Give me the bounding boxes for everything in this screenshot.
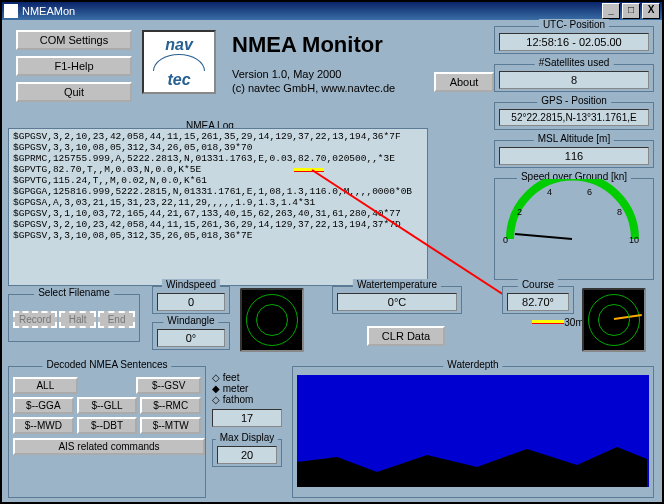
gauge-tick-4: 4 — [547, 187, 552, 197]
sats-value: 8 — [499, 71, 649, 89]
filter-mtw-button[interactable]: $--MTW — [140, 417, 201, 434]
version-text: Version 1.0, May 2000 — [232, 68, 341, 80]
windspeed-value: 0 — [157, 293, 225, 311]
clr-data-button[interactable]: CLR Data — [367, 326, 445, 346]
filename-label: Select Filename — [34, 287, 114, 298]
maxdisplay-value: 20 — [217, 446, 277, 464]
gps-value: 52°22.2815,N-13°31.1761,E — [499, 109, 649, 126]
filter-all-button[interactable]: ALL — [13, 377, 78, 394]
titlebar: NMEAMon _ □ X — [2, 2, 662, 20]
alt-value: 116 — [499, 147, 649, 165]
utc-value: 12:58:16 - 02.05.00 — [499, 33, 649, 51]
speed-gauge: 0 2 4 6 8 10 — [495, 179, 650, 249]
filter-gsv-button[interactable]: $--GSV — [136, 377, 201, 394]
course-label: Course — [518, 279, 558, 290]
svg-line-0 — [515, 234, 572, 239]
gauge-tick-8: 8 — [617, 207, 622, 217]
gauge-tick-2: 2 — [517, 207, 522, 217]
app-icon — [4, 4, 18, 18]
windspeed-label: Windspeed — [162, 279, 220, 290]
utc-label: UTC- Position — [539, 19, 609, 30]
gauge-tick-0: 0 — [503, 235, 508, 245]
highlight-log-course — [294, 168, 324, 172]
app-title: NMEA Monitor — [232, 32, 383, 58]
filter-gga-button[interactable]: $--GGA — [13, 397, 74, 414]
unit-feet-label: feet — [223, 372, 240, 383]
help-button[interactable]: F1-Help — [16, 56, 132, 76]
waterdepth-chart — [297, 375, 649, 487]
radio-feet[interactable]: ◇ — [212, 372, 220, 383]
logo-text-bot: tec — [167, 71, 190, 89]
course-radar — [582, 288, 646, 352]
halt-button[interactable]: Halt — [59, 311, 96, 328]
gauge-tick-10: 10 — [629, 235, 639, 245]
windangle-label: Windangle — [163, 315, 218, 326]
decoded-title: Decoded NMEA Sentences — [42, 359, 171, 370]
copyright-text: (c) navtec GmbH, www.navtec.de — [232, 82, 395, 94]
course-value: 82.70° — [507, 293, 569, 311]
filter-rmc-button[interactable]: $--RMC — [140, 397, 201, 414]
unit-fathom-label: fathom — [223, 394, 254, 405]
alt-label: MSL Altitude [m] — [534, 133, 614, 144]
close-button[interactable]: X — [642, 3, 660, 19]
highlight-course-value — [532, 320, 564, 324]
navtec-logo: nav tec — [142, 30, 216, 94]
record-button[interactable]: Record — [13, 311, 57, 328]
end-button[interactable]: End — [98, 311, 135, 328]
quit-button[interactable]: Quit — [16, 82, 132, 102]
maximize-button[interactable]: □ — [622, 3, 640, 19]
minimize-button[interactable]: _ — [602, 3, 620, 19]
about-button[interactable]: About — [434, 72, 494, 92]
wind-radar — [240, 288, 304, 352]
wave-icon — [153, 54, 205, 71]
maxdisplay-label: Max Display — [216, 432, 278, 443]
radio-meter[interactable]: ◆ — [212, 383, 220, 394]
unit-meter-label: meter — [223, 383, 249, 394]
gps-label: GPS - Position — [537, 95, 611, 106]
wtemp-label: Watertemperature — [353, 279, 441, 290]
filter-mwd-button[interactable]: $--MWD — [13, 417, 74, 434]
waterdepth-label: Waterdepth — [443, 359, 502, 370]
sats-label: #Satellites used — [535, 57, 614, 68]
windangle-value: 0° — [157, 329, 225, 347]
wtemp-value: 0°C — [337, 293, 457, 311]
com-settings-button[interactable]: COM Settings — [16, 30, 132, 50]
filter-dbt-button[interactable]: $--DBT — [77, 417, 138, 434]
ais-button[interactable]: AIS related commands — [13, 438, 205, 455]
window-title: NMEAMon — [22, 5, 600, 17]
filter-gll-button[interactable]: $--GLL — [77, 397, 138, 414]
logo-text-top: nav — [165, 36, 193, 54]
depth-value-17: 17 — [212, 409, 282, 427]
radio-fathom[interactable]: ◇ — [212, 394, 220, 405]
nmea-log[interactable]: $GPGSV,3,2,10,23,42,058,44,11,15,261,35,… — [8, 128, 428, 286]
gauge-tick-6: 6 — [587, 187, 592, 197]
